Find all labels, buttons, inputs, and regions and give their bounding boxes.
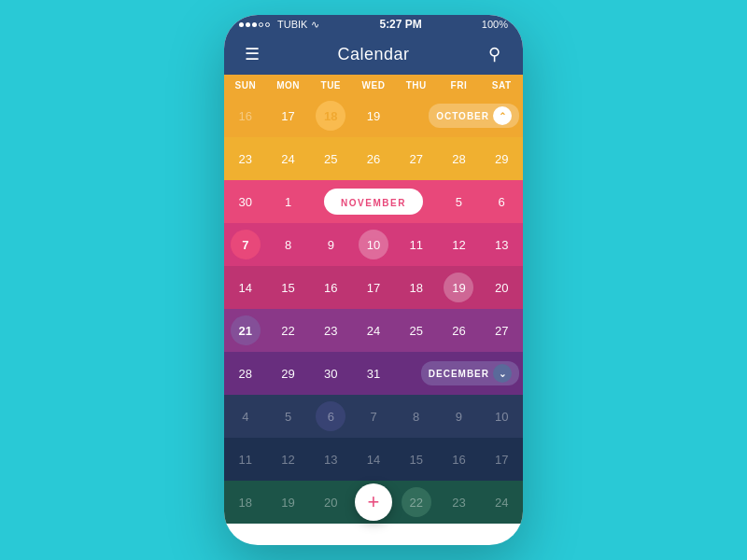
cell-dec14[interactable]: 14 xyxy=(352,438,395,481)
cell-dec4[interactable]: 4 xyxy=(224,395,267,438)
date-number: 16 xyxy=(324,281,337,295)
date-number: 26 xyxy=(452,324,465,338)
cell-10[interactable]: 10 xyxy=(352,223,395,266)
october-label: OCTOBER xyxy=(436,111,489,121)
cell-24b[interactable]: 24 xyxy=(352,309,395,352)
fab-button[interactable]: + xyxy=(355,483,392,521)
date-number: 20 xyxy=(495,281,508,295)
cell-17[interactable]: 17 xyxy=(352,266,395,309)
date-number: 12 xyxy=(452,238,465,252)
date-number: 7 xyxy=(370,410,376,424)
cell-13[interactable]: 13 xyxy=(480,223,523,266)
cell-30a[interactable]: 30 xyxy=(224,180,267,223)
menu-icon[interactable]: ☰ xyxy=(239,44,265,64)
october-pill[interactable]: OCTOBER ⌃ xyxy=(429,104,519,128)
chevron-up-icon: ⌃ xyxy=(499,111,506,121)
cell-19[interactable]: 19 xyxy=(438,266,481,309)
date-number: 18 xyxy=(324,109,337,123)
cell-7[interactable]: 7 xyxy=(224,223,267,266)
cell-11[interactable]: 11 xyxy=(395,223,438,266)
battery: 100% xyxy=(482,19,508,30)
cell-25b[interactable]: 25 xyxy=(395,309,438,352)
date-number: 31 xyxy=(367,367,380,381)
cell-dec18[interactable]: 18 xyxy=(224,481,267,524)
cell-27b[interactable]: 27 xyxy=(480,309,523,352)
december-pill[interactable]: DECEMBER ⌄ xyxy=(421,361,519,385)
date-number: 26 xyxy=(367,152,380,166)
cell-oct16[interactable]: 16 xyxy=(224,94,267,137)
date-number: 21 xyxy=(239,324,252,338)
date-number: 11 xyxy=(239,453,252,467)
cell-dec17[interactable]: 17 xyxy=(480,438,523,481)
cell-25[interactable]: 25 xyxy=(309,137,352,180)
cell-1[interactable]: 1 xyxy=(267,180,310,223)
cell-dec13[interactable]: 13 xyxy=(309,438,352,481)
october-chevron-up[interactable]: ⌃ xyxy=(493,106,512,125)
cell-29[interactable]: 29 xyxy=(267,352,310,395)
cell-dec10[interactable]: 10 xyxy=(480,395,523,438)
cell-oct19[interactable]: 19 xyxy=(352,94,395,137)
week-row-2: 23 24 25 26 27 28 29 xyxy=(224,137,523,180)
cell-23b[interactable]: 23 xyxy=(309,309,352,352)
week-row-3: 30 1 NOVEMBER 5 6 xyxy=(224,180,523,223)
cell-dec22[interactable]: 22 xyxy=(395,481,438,524)
november-label-area: NOVEMBER xyxy=(309,180,437,223)
cell-30b[interactable]: 30 xyxy=(309,352,352,395)
cell-dec16[interactable]: 16 xyxy=(438,438,481,481)
page-title: Calendar xyxy=(337,45,409,64)
cell-8[interactable]: 8 xyxy=(267,223,310,266)
cell-dec7[interactable]: 7 xyxy=(352,395,395,438)
cell-29[interactable]: 29 xyxy=(480,137,523,180)
cell-dec19[interactable]: 19 xyxy=(267,481,310,524)
cell-26b[interactable]: 26 xyxy=(438,309,481,352)
cell-22[interactable]: 22 xyxy=(267,309,310,352)
search-icon[interactable]: ⚲ xyxy=(482,44,508,64)
cell-21[interactable]: 21 xyxy=(224,309,267,352)
date-number: 28 xyxy=(239,367,252,381)
cell-20[interactable]: 20 xyxy=(480,266,523,309)
cell-26[interactable]: 26 xyxy=(352,137,395,180)
cell-dec11[interactable]: 11 xyxy=(224,438,267,481)
week-row-4: 7 8 9 10 11 12 13 xyxy=(224,223,523,266)
week-row-8: 4 5 6 7 8 9 10 xyxy=(224,395,523,438)
date-number: 16 xyxy=(239,109,252,123)
cell-5a[interactable]: 5 xyxy=(438,180,481,223)
cell-dec15[interactable]: 15 xyxy=(395,438,438,481)
status-left: TUBIK ∿ xyxy=(239,19,319,31)
cell-dec20[interactable]: 20 xyxy=(309,481,352,524)
day-fri: FRI xyxy=(438,80,481,91)
cell-dec8[interactable]: 8 xyxy=(395,395,438,438)
status-bar: TUBIK ∿ 5:27 PM 100% xyxy=(224,15,523,34)
cell-18[interactable]: 18 xyxy=(395,266,438,309)
cell-28[interactable]: 28 xyxy=(224,352,267,395)
cell-dec9[interactable]: 9 xyxy=(438,395,481,438)
date-number: 20 xyxy=(324,496,337,510)
cell-9[interactable]: 9 xyxy=(309,223,352,266)
cell-16[interactable]: 16 xyxy=(309,266,352,309)
december-chevron-down[interactable]: ⌄ xyxy=(493,364,512,383)
cell-dec24[interactable]: 24 xyxy=(480,481,523,524)
cell-oct17[interactable]: 17 xyxy=(267,94,310,137)
cell-6a[interactable]: 6 xyxy=(480,180,523,223)
cell-dec6[interactable]: 6 xyxy=(309,395,352,438)
cell-14[interactable]: 14 xyxy=(224,266,267,309)
cell-12[interactable]: 12 xyxy=(438,223,481,266)
date-number: 10 xyxy=(367,238,380,252)
date-number: 6 xyxy=(328,410,334,424)
cell-24[interactable]: 24 xyxy=(267,137,310,180)
cell-dec23[interactable]: 23 xyxy=(438,481,481,524)
cell-28[interactable]: 28 xyxy=(438,137,481,180)
november-pill[interactable]: NOVEMBER xyxy=(324,189,423,215)
date-number: 15 xyxy=(409,453,422,467)
date-number: 14 xyxy=(239,281,252,295)
cell-31[interactable]: 31 xyxy=(352,352,395,395)
cell-15[interactable]: 15 xyxy=(267,266,310,309)
carrier: TUBIK xyxy=(277,19,307,30)
cell-23[interactable]: 23 xyxy=(224,137,267,180)
dot1 xyxy=(239,22,244,27)
cell-27[interactable]: 27 xyxy=(395,137,438,180)
cell-dec12[interactable]: 12 xyxy=(267,438,310,481)
cell-dec5[interactable]: 5 xyxy=(267,395,310,438)
cell-oct18[interactable]: 18 xyxy=(309,94,352,137)
date-number: 25 xyxy=(409,324,422,338)
